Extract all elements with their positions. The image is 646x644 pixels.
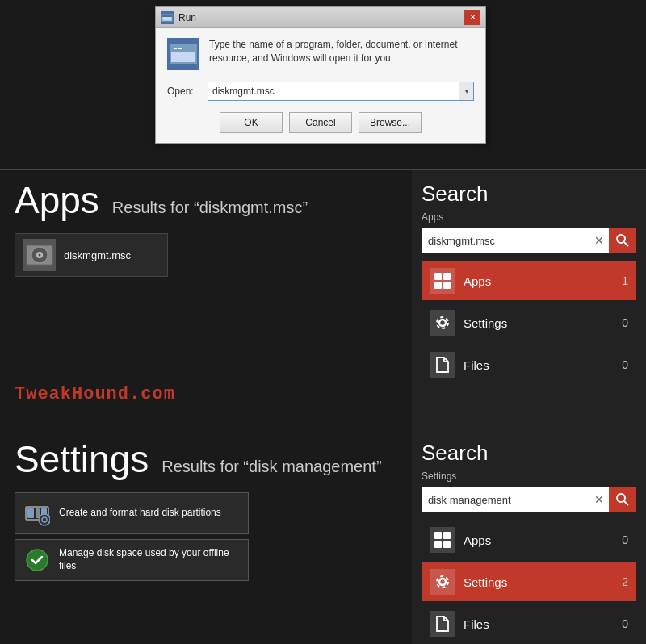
search-panel-2: Search Settings ✕ Apps 0: [412, 429, 646, 644]
search-category-1-label: Apps: [422, 211, 636, 223]
run-open-label: Open:: [167, 86, 201, 97]
svg-rect-30: [443, 541, 451, 548]
run-input-wrapper: ▾: [208, 82, 474, 101]
run-input[interactable]: [208, 83, 459, 99]
diskmgmt-icon: [25, 240, 54, 270]
filter-files-label-1: Files: [464, 358, 614, 372]
run-app-icon: [167, 38, 199, 70]
files-filter-icon-1: [430, 352, 455, 378]
apps-title: Apps: [15, 182, 99, 219]
settings-item-icon-1: [23, 500, 51, 527]
search-clear-button-2[interactable]: ✕: [589, 487, 609, 512]
run-top-row: Type the name of a program, folder, docu…: [167, 38, 474, 70]
top-section: Run ✕ Type the name of a program, folder…: [0, 0, 646, 169]
settings-filter-icon-1: [430, 310, 455, 336]
apps-results-text: Results for “diskmgmt.msc”: [112, 199, 308, 217]
settings-result-item-2[interactable]: Manage disk space used by your offline f…: [15, 539, 249, 581]
gear-icon-2: [434, 573, 451, 591]
search-category-2-label: Settings: [422, 470, 636, 482]
settings-title: Settings: [15, 441, 149, 478]
search-input-row-1: ✕: [422, 228, 636, 253]
gear-icon-1: [434, 314, 451, 332]
svg-point-22: [39, 514, 50, 525]
settings-result-item-1[interactable]: Create and format hard disk partitions: [15, 492, 249, 534]
search-panel-1-title: Search: [422, 182, 636, 207]
run-ok-button[interactable]: OK: [220, 112, 283, 133]
disk-partition-icon: [24, 500, 50, 526]
svg-rect-15: [443, 282, 451, 289]
run-close-button[interactable]: ✕: [464, 10, 480, 25]
filter-apps-count-2: 0: [622, 533, 628, 546]
svg-line-26: [624, 501, 628, 505]
filter-files-label-2: Files: [464, 617, 614, 631]
svg-point-9: [39, 254, 41, 257]
settings-item-text-2: Manage disk space used by your offline f…: [59, 547, 240, 572]
run-buttons: OK Cancel Browse...: [167, 112, 474, 133]
apps-left: Apps Results for “diskmgmt.msc” diskmgmt…: [0, 170, 412, 429]
search-panel-2-title: Search: [422, 441, 636, 466]
settings-filter-icon-2: [430, 569, 455, 595]
offline-files-icon: [24, 547, 50, 573]
filter-apps-2[interactable]: Apps 0: [422, 521, 636, 559]
search-go-button-1[interactable]: [609, 228, 636, 253]
apps-filter-icon-1: [430, 268, 455, 294]
bottom-section: Settings Results for “disk management” C…: [0, 429, 646, 644]
run-title: Run: [178, 12, 196, 23]
search-input-2[interactable]: [422, 489, 589, 511]
tweakhound-watermark: TweakHound.com: [15, 384, 175, 404]
run-dialog: Run ✕ Type the name of a program, folder…: [155, 6, 486, 144]
filter-files-count-2: 0: [622, 617, 628, 630]
filter-files-2[interactable]: Files 0: [422, 604, 636, 643]
svg-rect-12: [434, 273, 442, 280]
run-dropdown-button[interactable]: ▾: [459, 82, 473, 100]
svg-point-10: [617, 235, 625, 243]
app-result-item[interactable]: diskmgmt.msc: [15, 233, 168, 277]
filter-settings-label-2: Settings: [464, 575, 614, 589]
apps-grid-icon-2: [434, 531, 451, 549]
settings-item-icon-2: [23, 546, 51, 574]
search-icon-2: [615, 492, 630, 507]
filter-apps-1[interactable]: Apps 1: [422, 261, 636, 300]
svg-rect-29: [434, 541, 442, 548]
search-icon-1: [615, 233, 630, 248]
search-input-row-2: ✕: [422, 487, 636, 512]
settings-heading-row: Settings Results for “disk management”: [15, 441, 397, 478]
search-panel-1: Search Apps ✕ Apps 1: [412, 170, 646, 429]
apps-grid-icon: [434, 272, 451, 290]
settings-left: Settings Results for “disk management” C…: [0, 429, 412, 644]
middle-section: Apps Results for “diskmgmt.msc” diskmgmt…: [0, 170, 646, 429]
run-cancel-button[interactable]: Cancel: [289, 112, 352, 133]
filter-files-1[interactable]: Files 0: [422, 345, 636, 384]
files-filter-icon-2: [430, 611, 455, 637]
run-icon: [161, 11, 174, 24]
apps-filter-icon-2: [430, 527, 455, 553]
search-input-1[interactable]: [422, 230, 589, 252]
run-titlebar-left: Run: [161, 11, 196, 24]
filter-settings-2[interactable]: Settings 2: [422, 562, 636, 601]
svg-point-31: [439, 579, 446, 585]
svg-line-11: [624, 242, 628, 246]
filter-apps-count-1: 1: [622, 274, 628, 287]
filter-settings-1[interactable]: Settings 0: [422, 303, 636, 342]
settings-item-text-1: Create and format hard disk partitions: [59, 507, 221, 520]
run-open-row: Open: ▾: [167, 82, 474, 101]
app-name: diskmgmt.msc: [64, 249, 131, 261]
svg-point-16: [439, 320, 446, 326]
run-browse-button[interactable]: Browse...: [359, 112, 422, 133]
svg-rect-4: [174, 48, 177, 49]
svg-rect-14: [434, 282, 442, 289]
svg-rect-1: [162, 15, 172, 17]
filter-settings-count-1: 0: [622, 316, 628, 329]
settings-results-text: Results for “disk management”: [162, 458, 381, 476]
run-titlebar: Run ✕: [156, 7, 485, 28]
app-icon-box: [23, 239, 56, 271]
file-icon-2: [434, 615, 451, 633]
filter-apps-label-2: Apps: [464, 533, 614, 547]
svg-point-24: [27, 550, 48, 571]
file-icon-1: [434, 356, 451, 374]
filter-apps-label-1: Apps: [464, 274, 614, 288]
search-go-button-2[interactable]: [609, 487, 636, 512]
search-clear-button-1[interactable]: ✕: [589, 228, 609, 253]
run-body: Type the name of a program, folder, docu…: [156, 28, 485, 143]
svg-rect-13: [443, 273, 451, 280]
